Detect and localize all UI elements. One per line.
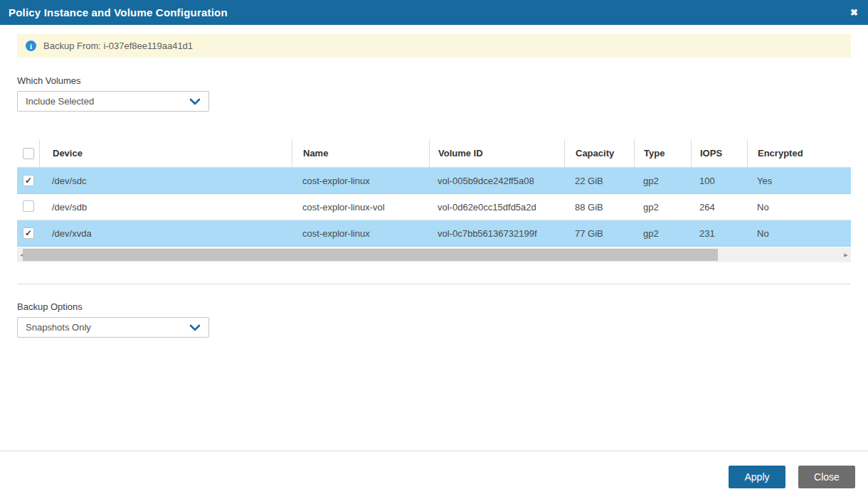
horizontal-scrollbar[interactable]: ◀ ▶: [17, 247, 851, 262]
col-header-name: Name: [292, 139, 429, 168]
cell-volume-id: vol-005b9dce242ff5a08: [429, 176, 564, 186]
cell-capacity: 22 GiB: [564, 176, 634, 186]
modal-title: Policy Instance and Volume Configuration: [9, 6, 228, 18]
scrollbar-thumb[interactable]: [23, 249, 718, 261]
select-all-checkbox[interactable]: [23, 148, 34, 159]
col-header-type: Type: [634, 139, 691, 168]
info-icon: i: [26, 41, 36, 51]
cell-encrypted: No: [747, 202, 851, 213]
col-header-iops: IOPS: [691, 139, 747, 168]
cell-device: /dev/sdb: [39, 202, 292, 213]
modal-dialog: Policy Instance and Volume Configuration…: [0, 0, 868, 499]
backup-options-value: Snapshots Only: [26, 322, 91, 333]
apply-button[interactable]: Apply: [729, 466, 785, 488]
col-header-encrypted: Encrypted: [747, 139, 851, 168]
row-checkbox-cell: [17, 200, 39, 214]
chevron-down-icon: [189, 324, 201, 331]
cell-device: /dev/sdc: [39, 176, 292, 186]
cell-type: gp2: [634, 228, 691, 239]
row-checkbox[interactable]: [23, 175, 34, 186]
cell-volume-id: vol-0c7bb56136732199f: [429, 228, 564, 239]
row-checkbox-cell: [17, 175, 39, 186]
cell-encrypted: Yes: [747, 176, 851, 186]
select-all-cell: [17, 139, 39, 168]
close-icon[interactable]: ✖: [850, 8, 858, 17]
scroll-right-icon[interactable]: ▶: [841, 247, 851, 262]
cell-encrypted: No: [747, 228, 851, 239]
which-volumes-label: Which Volumes: [17, 75, 868, 86]
backup-options-select[interactable]: Snapshots Only: [17, 317, 209, 338]
info-banner: i Backup From: i-037ef8ee119aa41d1: [17, 34, 851, 58]
backup-options-field: Backup Options Snapshots Only: [17, 301, 868, 338]
footer: Apply Close: [729, 466, 855, 488]
cell-volume-id: vol-0d62e0cc15dfd5a2d: [429, 202, 564, 213]
cell-device: /dev/xvda: [39, 228, 292, 239]
col-header-capacity: Capacity: [564, 139, 634, 168]
cell-name: cost-explor-linux: [292, 176, 429, 186]
cell-name: cost-explor-linux-vol: [292, 202, 429, 213]
volumes-table: Device Name Volume ID Capacity Type IOPS…: [17, 139, 851, 247]
chevron-down-icon: [189, 98, 201, 105]
footer-divider: [0, 451, 868, 451]
cell-name: cost-explor-linux: [292, 228, 429, 239]
col-header-volume-id: Volume ID: [429, 139, 564, 168]
row-checkbox-cell: [17, 227, 39, 239]
col-header-device: Device: [39, 139, 292, 168]
cell-capacity: 77 GiB: [564, 228, 634, 239]
cell-type: gp2: [634, 202, 691, 213]
which-volumes-field: Which Volumes Include Selected: [17, 75, 868, 112]
section-divider: [17, 284, 851, 284]
which-volumes-value: Include Selected: [26, 96, 94, 107]
cell-iops: 231: [691, 228, 747, 239]
modal-titlebar: Policy Instance and Volume Configuration…: [0, 0, 868, 25]
table-row[interactable]: /dev/xvda cost-explor-linux vol-0c7bb561…: [17, 220, 851, 247]
cell-iops: 100: [691, 176, 747, 186]
close-button[interactable]: Close: [798, 466, 855, 488]
row-checkbox[interactable]: [23, 200, 34, 212]
backup-from-text: Backup From: i-037ef8ee119aa41d1: [43, 41, 193, 51]
table-header-row: Device Name Volume ID Capacity Type IOPS…: [17, 139, 851, 168]
table-row[interactable]: /dev/sdc cost-explor-linux vol-005b9dce2…: [17, 168, 851, 194]
cell-capacity: 88 GiB: [564, 202, 634, 213]
cell-iops: 264: [691, 202, 747, 213]
cell-type: gp2: [634, 176, 691, 186]
backup-options-label: Backup Options: [17, 301, 868, 312]
table-row[interactable]: /dev/sdb cost-explor-linux-vol vol-0d62e…: [17, 194, 851, 220]
row-checkbox[interactable]: [23, 227, 34, 239]
which-volumes-select[interactable]: Include Selected: [17, 91, 209, 112]
